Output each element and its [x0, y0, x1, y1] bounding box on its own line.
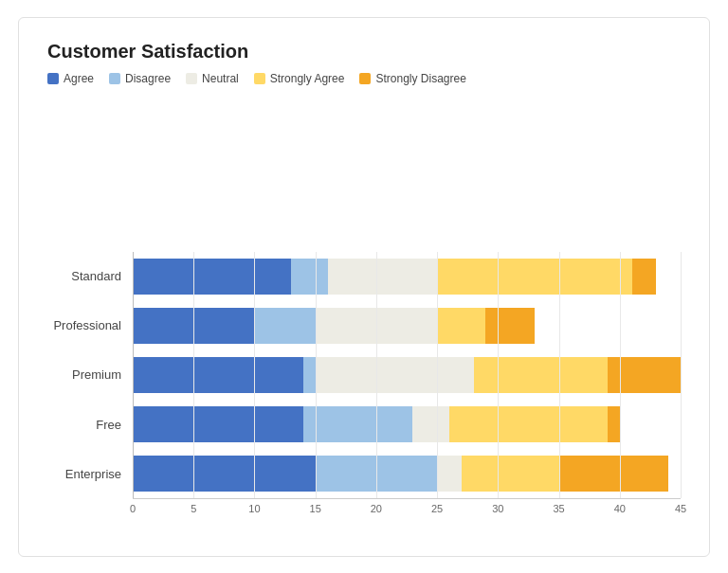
bar-row [133, 449, 681, 498]
bar-segment [485, 308, 534, 344]
legend-swatch [359, 73, 371, 84]
x-tick: 0 [130, 503, 136, 514]
legend-item: Agree [47, 72, 94, 85]
y-axis-label: Premium [47, 350, 133, 400]
x-tick: 20 [371, 503, 382, 514]
bar-segment [632, 259, 657, 295]
legend-item: Strongly Agree [254, 72, 345, 85]
bar-segment [437, 259, 632, 295]
chart-title: Customer Satisfaction [47, 41, 681, 63]
bar-segment [608, 357, 681, 393]
bar-track [133, 456, 681, 492]
bar-segment [133, 456, 316, 492]
grid-line [316, 252, 317, 498]
legend-swatch [109, 73, 120, 84]
bar-row [133, 252, 681, 301]
bar-segment [474, 357, 608, 393]
legend-label: Agree [64, 72, 94, 85]
grid-line [376, 252, 377, 498]
bar-track [133, 406, 681, 442]
bars-wrapper [133, 102, 681, 252]
x-tick: 45 [675, 503, 686, 514]
legend-label: Strongly Agree [270, 72, 345, 85]
bar-segment [449, 406, 608, 442]
bar-segment [133, 357, 303, 393]
bar-segment [462, 456, 559, 492]
bar-segment [291, 259, 328, 295]
legend-label: Disagree [125, 72, 171, 85]
bar-segment [133, 259, 291, 295]
x-tick: 40 [614, 503, 626, 514]
bar-segment [437, 308, 485, 344]
grid-line [254, 252, 255, 498]
grid-line [133, 252, 134, 498]
y-axis-label: Professional [47, 301, 133, 350]
bar-segment [412, 406, 449, 442]
legend-swatch [47, 73, 59, 84]
chart-container: Customer Satisfaction Agree Disagree Neu… [18, 17, 710, 557]
x-tick: 10 [248, 503, 260, 514]
legend-item: Disagree [109, 72, 171, 85]
legend-swatch [186, 73, 197, 84]
bar-segment [254, 308, 315, 344]
bar-segment [559, 456, 669, 492]
bar-row [133, 301, 681, 350]
bar-row [133, 400, 681, 449]
x-tick: 15 [310, 503, 321, 514]
x-tick: 5 [191, 503, 196, 514]
legend-item: Neutral [186, 72, 239, 85]
x-tick: 25 [431, 503, 443, 514]
grid-line [437, 252, 438, 498]
x-tick: 30 [492, 503, 503, 514]
y-axis-label: Free [47, 400, 133, 449]
bar-track [133, 357, 681, 393]
grid-line [193, 252, 194, 498]
legend: Agree Disagree Neutral Strongly Agree St… [47, 72, 681, 85]
bar-segment [608, 406, 620, 442]
chart-area: StandardProfessionalPremiumFreeEnterpris… [47, 102, 681, 518]
bar-segment [133, 406, 303, 442]
grid-line [559, 252, 560, 498]
x-tick: 35 [553, 503, 564, 514]
grid-line [620, 252, 621, 498]
bar-segment [437, 456, 462, 492]
bar-track [133, 308, 681, 344]
legend-label: Neutral [202, 72, 239, 85]
bar-segment [303, 406, 413, 442]
grid-line [681, 252, 682, 498]
y-axis-label: Enterprise [47, 449, 133, 498]
grid-line [498, 252, 499, 498]
bar-track [133, 259, 681, 295]
legend-swatch [254, 73, 265, 84]
bar-segment [328, 259, 438, 295]
y-axis-label: Standard [47, 252, 133, 301]
bar-row [133, 350, 681, 400]
bar-segment [303, 357, 316, 393]
bar-segment [316, 357, 474, 393]
legend-label: Strongly Disagree [375, 72, 465, 85]
legend-item: Strongly Disagree [359, 72, 465, 85]
